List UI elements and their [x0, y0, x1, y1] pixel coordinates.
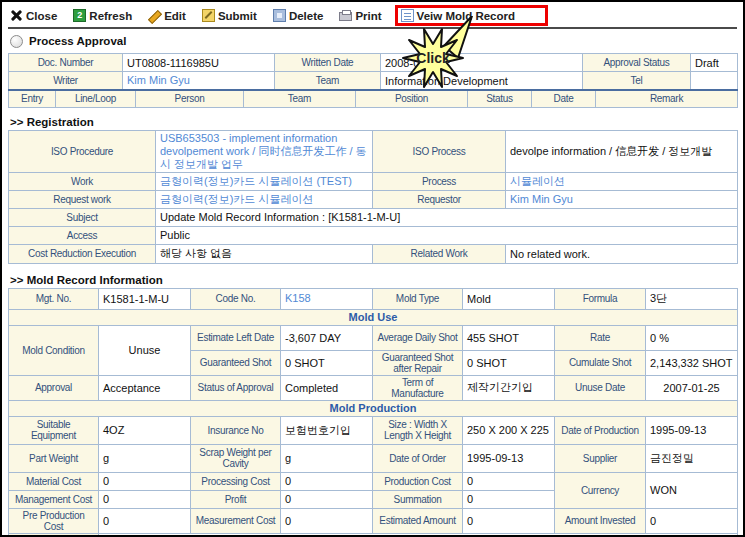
cell-writer: Writer [9, 72, 123, 90]
table-row: Mgt. No.K1581-1-M-UCode No.K158Mold Type… [9, 288, 738, 309]
cell-0: 0 [463, 472, 555, 490]
cell-profit: Profit [191, 490, 281, 508]
cell-subject: Subject [9, 208, 156, 226]
cell-kim-min-gyu[interactable]: Kim Min Gyu [123, 72, 275, 90]
cell-approval: Approval [9, 375, 99, 400]
cell-mold-use: Mold Use [9, 309, 738, 325]
cell-estimated-amount: Estimated Amount [373, 508, 463, 533]
cell-team: Team [244, 90, 356, 107]
cell-person: Person [136, 90, 244, 107]
toolbar-button-edit[interactable]: Edit [148, 9, 186, 22]
cell-0: 0 [463, 508, 555, 533]
cell-date-of-order: Date of Order [373, 444, 463, 472]
cell-test[interactable]: 금형이력(정보)카드 시뮬레이션 (TEST) [156, 172, 373, 190]
table-row: Mold ConditionUnuseEstimate Left Date-3,… [9, 325, 738, 350]
cell-0-shot: 0 SHOT [463, 350, 555, 375]
cell-average-daily-shot: Average Daily Shot [373, 325, 463, 350]
toolbar-button-label: Delete [289, 10, 324, 22]
cell-r7c7: 금진정밀 [646, 444, 738, 472]
toolbar-button-refresh[interactable]: Refresh [73, 9, 132, 22]
cell-summation: Summation [373, 490, 463, 508]
cell-0: 0 [281, 490, 373, 508]
cell-r6c3: 보험번호기입 [281, 416, 373, 444]
cell-mold-production: Mold Production [9, 400, 738, 416]
table-row: EntryLine/LoopPersonTeamPositionStatusDa… [9, 90, 738, 107]
cell-1995-09-13: 1995-09-13 [646, 416, 738, 444]
cell-g: g [281, 444, 373, 472]
process-approval-radio[interactable] [10, 35, 23, 48]
cell-insurance-no: Insurance No [191, 416, 281, 444]
approval-entry-header-table: EntryLine/LoopPersonTeamPositionStatusDa… [8, 89, 737, 108]
toolbar-button-delete[interactable]: Delete [273, 9, 324, 22]
cell-request-work: Request work [9, 190, 156, 208]
cell-completed: Completed [281, 375, 373, 400]
cell-public: Public [156, 226, 738, 244]
cell-work: Work [9, 172, 156, 190]
mold-record-page: CloseRefreshEditSubmitDeletePrintVeiw Mo… [0, 0, 745, 537]
cell-mold-type: Mold Type [373, 288, 463, 309]
cell-k158[interactable]: K158 [281, 288, 373, 309]
cell-r2c1[interactable]: 금형이력(정보)카드 시뮬레이션 [156, 190, 373, 208]
cell-amount-invested: Amount Invested [555, 508, 646, 533]
toolbar-button-submit[interactable]: Submit [202, 9, 257, 22]
cell-requestor: Requestor [373, 190, 506, 208]
table-row: Suitable Equipment4OZInsurance No보험번호기입S… [9, 416, 738, 444]
cell-approval-status: Approval Status [583, 54, 691, 72]
cell-unuse-date: Unuse Date [555, 375, 646, 400]
table-row: WriterKim Min GyuTeamInformation Develop… [9, 72, 738, 90]
cell-mold: Mold [463, 288, 555, 309]
cell-3-607-day: -3,607 DAY [281, 325, 373, 350]
cell-reason-of-mold-prodcution: Reason of Mold Prodcution [9, 533, 99, 537]
cell-cost-reduction-execution: Cost Reduction Execution [9, 244, 156, 263]
cell-mold-condition: Mold Condition [9, 325, 99, 375]
cell-status: Status [468, 90, 532, 107]
cell-suitable-equipment: Suitable Equipment [9, 416, 99, 444]
cell-guaranteed-shot-after-repair: Guaranteed Shot after Repair [373, 350, 463, 375]
approval-info-table: Doc. NumberUT0808-1116985UWritten Date20… [8, 53, 737, 90]
toolbar-button-close[interactable]: Close [10, 9, 57, 22]
close-icon [10, 9, 23, 22]
process-approval-label: Process Approval [29, 35, 126, 47]
cell-cumulate-shot: Cumulate Shot [555, 350, 646, 375]
cell-written-date: Written Date [275, 54, 381, 72]
cell-0-shot: 0 SHOT [281, 350, 373, 375]
toolbar-button-print[interactable]: Print [339, 10, 381, 22]
cell-0: 0 [646, 508, 738, 533]
table-row: Doc. NumberUT0808-1116985UWritten Date20… [9, 54, 738, 72]
cell-draft: Draft [691, 54, 738, 72]
mold-record-table: Mgt. No.K1581-1-M-UCode No.K158Mold Type… [8, 288, 737, 537]
cell-scrap-weight-per-cavity: Scrap Weight per Cavity [191, 444, 281, 472]
cell-usb653503-implement-information-devolpem[interactable]: USB653503 - implement information devolp… [156, 130, 373, 172]
table-row: Mold Use [9, 309, 738, 325]
cell-r1c5 [691, 72, 738, 90]
registration-section-title: >> Registration [10, 116, 737, 128]
toolbar-button-label: Close [26, 10, 57, 22]
cell-g: g [99, 444, 191, 472]
cell-2-143-332-shot: 2,143,332 SHOT [646, 350, 738, 375]
cell-r1c3[interactable]: 시뮬레이션 [506, 172, 738, 190]
table-row: Part WeightgScrap Weight per CavitygDate… [9, 444, 738, 472]
table-row: Material Cost0Processing Cost0Production… [9, 472, 738, 490]
cell-0: 0 [99, 508, 191, 533]
edit-pencil-icon [148, 9, 161, 22]
cell-0: 0 [99, 490, 191, 508]
cell-k1581-1-m-u: K1581-1-M-U [99, 288, 191, 309]
cell-status-of-approval: Status of Approval [191, 375, 281, 400]
table-row: Request work금형이력(정보)카드 시뮬레이션RequestorKim… [9, 190, 738, 208]
cell-date: Date [532, 90, 596, 107]
cell-r11c1: 금형 제작 사유 기입 [99, 533, 738, 537]
cell-part-weight: Part Weight [9, 444, 99, 472]
cell-iso-process: ISO Process [373, 130, 506, 172]
refresh-icon [73, 9, 86, 22]
cell-access: Access [9, 226, 156, 244]
cell-remark: Remark [596, 90, 738, 107]
cell-1995-09-13: 1995-09-13 [463, 444, 555, 472]
callout-text: Click [416, 50, 450, 66]
cell-r4c5: 제작기간기입 [463, 375, 555, 400]
cell-kim-min-gyu[interactable]: Kim Min Gyu [506, 190, 738, 208]
cell-rate: Rate [555, 325, 646, 350]
cell-position: Position [356, 90, 468, 107]
toolbar: CloseRefreshEditSubmitDeletePrintVeiw Mo… [8, 4, 737, 29]
cell-0: 0 % [646, 325, 738, 350]
table-row: ApprovalAcceptanceStatus of ApprovalComp… [9, 375, 738, 400]
